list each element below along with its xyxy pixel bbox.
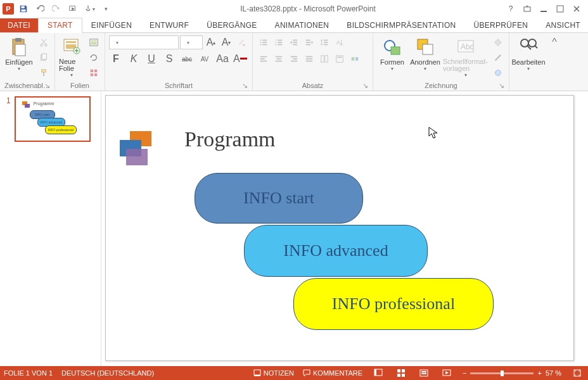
tab-transitions[interactable]: ÜBERGÄNGE — [198, 18, 265, 32]
tab-start[interactable]: START — [38, 18, 82, 33]
group-drawing: Formen▾ Anordnen▾ Abc Schnellformat-vorl… — [373, 33, 509, 91]
svg-rect-54 — [291, 56, 298, 58]
line-spacing-icon[interactable] — [317, 35, 331, 49]
tab-review[interactable]: ÜBERPRÜFEN — [465, 18, 537, 32]
title-bar: P ▾ ▾ IL-ates3028.pptx - Microsoft Power… — [0, 0, 588, 18]
tab-file[interactable]: DATEI — [0, 18, 38, 32]
tab-view[interactable]: ANSICHT — [537, 18, 588, 32]
font-name-combo[interactable]: ▾ — [109, 35, 179, 49]
window-title: IL-ates3028.pptx - Microsoft PowerPoint — [113, 4, 503, 13]
redo-icon[interactable] — [49, 2, 63, 16]
zoom-control[interactable]: − + 57 % — [463, 369, 561, 377]
tab-animations[interactable]: ANIMATIONEN — [266, 18, 338, 32]
svg-rect-39 — [293, 42, 297, 43]
tab-slideshow[interactable]: BILDSCHIRMPRÄSENTATION — [338, 18, 464, 32]
notes-button[interactable]: NOTIZEN — [253, 369, 294, 377]
svg-rect-45 — [324, 42, 328, 43]
copy-icon[interactable] — [37, 51, 51, 65]
reset-icon[interactable] — [87, 51, 101, 65]
maximize-icon[interactable] — [553, 2, 568, 16]
reading-view-icon[interactable] — [417, 367, 431, 379]
decrease-indent-icon[interactable] — [287, 35, 301, 49]
collapse-ribbon-icon[interactable]: ^ — [547, 33, 561, 91]
dialog-launcher-icon[interactable]: ↘ — [241, 82, 248, 89]
new-slide-label: Neue Folie — [59, 58, 84, 72]
paste-button[interactable]: Einfügen ▾ — [4, 35, 34, 72]
grow-font-icon[interactable]: A▴ — [204, 35, 218, 49]
bullets-icon[interactable] — [257, 35, 271, 49]
slide-thumbnail-1[interactable]: Programm INFO start INFO advanced INFO p… — [15, 96, 91, 142]
zoom-slider[interactable] — [470, 372, 534, 374]
font-size-combo[interactable]: ▾ — [180, 35, 203, 49]
svg-rect-56 — [291, 61, 298, 62]
fit-to-window-icon[interactable] — [570, 367, 584, 379]
sorter-view-icon[interactable] — [394, 367, 408, 379]
zoom-out-icon[interactable]: − — [463, 369, 466, 377]
new-slide-button[interactable]: Neue Folie ▾ — [59, 35, 84, 78]
minimize-icon[interactable] — [536, 2, 551, 16]
align-text-icon[interactable] — [333, 52, 347, 66]
slideshow-view-icon[interactable] — [440, 367, 454, 379]
pill-info-start[interactable]: INFO start — [195, 173, 363, 224]
text-direction-icon[interactable]: A — [333, 35, 347, 49]
clear-format-icon[interactable] — [234, 35, 248, 49]
align-right-icon[interactable] — [287, 52, 301, 66]
comments-button[interactable]: KOMMENTARE — [303, 369, 362, 377]
touch-mode-icon[interactable]: ▾ — [82, 2, 96, 16]
numbering-icon[interactable]: 123 — [272, 35, 286, 49]
logo-shape-purple[interactable] — [126, 149, 148, 165]
shadow-button[interactable]: S — [162, 52, 176, 66]
pill-info-professional[interactable]: INFO professional — [293, 278, 494, 330]
dialog-launcher-icon[interactable]: ↘ — [497, 82, 505, 89]
customize-qat-icon[interactable]: ▾ — [99, 2, 113, 16]
char-spacing-button[interactable]: AV — [198, 52, 212, 66]
ribbon-tabs: DATEI START EINFÜGEN ENTWURF ÜBERGÄNGE A… — [0, 18, 588, 33]
arrange-button[interactable]: Anordnen▾ — [410, 35, 440, 72]
zoom-in-icon[interactable]: + — [537, 369, 541, 377]
dialog-launcher-icon[interactable]: ↘ — [361, 82, 369, 89]
change-case-button[interactable]: Aa — [215, 52, 229, 66]
cut-icon[interactable] — [37, 35, 51, 49]
shape-outline-icon[interactable] — [491, 51, 505, 65]
layout-icon[interactable] — [87, 35, 101, 49]
status-language[interactable]: DEUTSCH (DEUTSCHLAND) — [61, 369, 154, 377]
smartart-icon[interactable] — [348, 52, 362, 66]
bold-button[interactable]: F — [109, 52, 123, 66]
save-icon[interactable] — [16, 2, 30, 16]
italic-button[interactable]: K — [127, 52, 141, 66]
editing-button[interactable]: Bearbeiten▾ — [513, 35, 544, 72]
underline-button[interactable]: U — [144, 52, 158, 66]
shapes-button[interactable]: Formen▾ — [377, 35, 407, 72]
shape-fill-icon[interactable] — [491, 35, 505, 49]
start-from-beginning-icon[interactable] — [66, 2, 80, 16]
justify-icon[interactable] — [302, 52, 316, 66]
font-color-button[interactable]: A — [233, 52, 247, 66]
shrink-font-icon[interactable]: A▾ — [219, 35, 233, 49]
section-icon[interactable] — [87, 66, 101, 80]
format-painter-icon[interactable] — [37, 66, 51, 80]
pill-info-advanced[interactable]: INFO advanced — [244, 225, 428, 277]
zoom-value[interactable]: 57 % — [546, 369, 561, 377]
slide-title-text[interactable]: Programm — [184, 127, 276, 151]
columns-icon[interactable] — [317, 52, 331, 66]
undo-icon[interactable] — [33, 2, 47, 16]
tab-insert[interactable]: EINFÜGEN — [82, 18, 141, 32]
increase-indent-icon[interactable] — [302, 35, 316, 49]
status-slide-count[interactable]: FOLIE 1 VON 1 — [4, 369, 53, 377]
svg-rect-8 — [15, 44, 25, 56]
strike-button[interactable]: abc — [180, 52, 194, 66]
dialog-launcher-icon[interactable]: ↘ — [43, 82, 51, 89]
help-icon[interactable]: ? — [503, 2, 518, 16]
align-center-icon[interactable] — [272, 52, 286, 66]
ribbon-display-icon[interactable] — [520, 2, 535, 16]
shape-effects-icon[interactable] — [491, 66, 505, 80]
tab-design[interactable]: ENTWURF — [141, 18, 198, 32]
quick-styles-button[interactable]: Abc Schnellformat-vorlagen▾ — [443, 35, 489, 78]
align-left-icon[interactable] — [257, 52, 271, 66]
svg-rect-27 — [262, 40, 267, 41]
close-icon[interactable] — [569, 2, 584, 16]
group-font: ▾ ▾ A▴ A▾ F K U S abc AV Aa A Schriftart… — [105, 33, 253, 91]
normal-view-icon[interactable] — [371, 367, 385, 379]
slide[interactable]: Programm INFO start INFO advanced INFO p… — [105, 95, 574, 361]
slide-canvas-area[interactable]: Programm INFO start INFO advanced INFO p… — [101, 91, 588, 366]
